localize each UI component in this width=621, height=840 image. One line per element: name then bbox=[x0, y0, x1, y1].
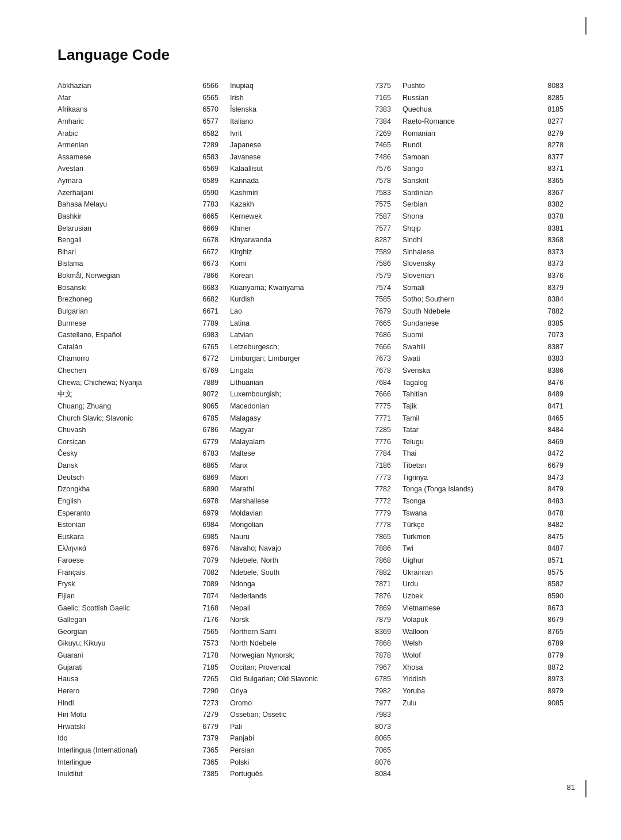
language-code: 7666 bbox=[375, 341, 391, 353]
language-row: Frysk7089 bbox=[57, 578, 218, 590]
language-name: Georgian bbox=[57, 626, 200, 638]
language-name: Bashkir bbox=[57, 211, 200, 223]
language-row: Sango8371 bbox=[402, 163, 564, 175]
language-code: 7073 bbox=[547, 329, 564, 341]
language-name: Oromo bbox=[230, 697, 373, 709]
language-code: 8473 bbox=[547, 472, 564, 484]
language-code: 6669 bbox=[202, 223, 218, 235]
language-row: Malagasy7771 bbox=[230, 413, 391, 425]
language-name: Navaho; Navajo bbox=[230, 543, 373, 555]
language-row: Slovensky8373 bbox=[402, 258, 564, 270]
language-name: Yoruba bbox=[402, 685, 545, 697]
language-code: 7375 bbox=[375, 80, 391, 92]
language-row: Maltese7784 bbox=[230, 448, 391, 460]
language-name: Herero bbox=[57, 685, 200, 697]
language-code: 7089 bbox=[202, 578, 218, 590]
language-row: Ido7379 bbox=[57, 732, 218, 744]
language-name: Hrwatski bbox=[57, 721, 200, 733]
language-code: 8387 bbox=[547, 341, 564, 353]
language-row: Malayalam7776 bbox=[230, 436, 391, 448]
language-name: Khmer bbox=[230, 223, 373, 235]
language-name: Romanian bbox=[402, 128, 545, 140]
language-row: Hiri Motu7279 bbox=[57, 709, 218, 721]
language-row: Gujarati7185 bbox=[57, 662, 218, 674]
language-row: Faroese7079 bbox=[57, 555, 218, 567]
page-container: Language Code Abkhazian6566Afar6565Afrik… bbox=[0, 0, 621, 815]
language-code: 7589 bbox=[375, 246, 391, 258]
language-row: Somali8379 bbox=[402, 282, 564, 294]
language-row: Chuang; Zhuang9065 bbox=[57, 400, 218, 413]
language-code: 7585 bbox=[375, 293, 391, 306]
language-name: Frysk bbox=[57, 578, 200, 590]
language-name: Tonga (Tonga Islands) bbox=[402, 483, 545, 495]
language-name: Rundi bbox=[402, 139, 545, 151]
language-row: 中文9072 bbox=[57, 388, 218, 400]
language-row: Marathi7782 bbox=[230, 483, 391, 495]
language-row: Aymara6589 bbox=[57, 175, 218, 187]
language-name: Quechua bbox=[402, 104, 545, 116]
language-code: 7776 bbox=[375, 436, 391, 448]
language-code: 8489 bbox=[547, 388, 564, 400]
language-code: 8382 bbox=[547, 198, 564, 211]
language-row: Pushto8083 bbox=[402, 80, 564, 92]
language-code: 8679 bbox=[547, 614, 564, 626]
language-code: 6785 bbox=[202, 413, 218, 425]
language-code: 7379 bbox=[202, 732, 218, 744]
language-name: Inuktitut bbox=[57, 768, 200, 780]
language-code: 7289 bbox=[202, 139, 218, 151]
language-code: 6983 bbox=[202, 329, 218, 341]
language-name: Telugu bbox=[402, 436, 545, 448]
language-name: Urdu bbox=[402, 578, 545, 590]
language-row: Walloon8765 bbox=[402, 626, 564, 638]
language-code: 6682 bbox=[202, 293, 218, 306]
language-code: 8073 bbox=[375, 721, 391, 733]
language-row: Ndonga7871 bbox=[230, 578, 391, 590]
language-code: 6673 bbox=[202, 258, 218, 270]
language-code: 7185 bbox=[202, 662, 218, 674]
language-code: 7784 bbox=[375, 448, 391, 460]
language-code: 8285 bbox=[547, 92, 564, 104]
language-name: Javanese bbox=[230, 151, 373, 163]
language-code: 7983 bbox=[375, 709, 391, 721]
language-row: Gaelic; Scottish Gaelic7168 bbox=[57, 602, 218, 614]
language-row: Suomi7073 bbox=[402, 329, 564, 341]
language-row: Northern Sami8369 bbox=[230, 626, 391, 638]
language-row: Nauru7865 bbox=[230, 531, 391, 543]
language-name: Yiddish bbox=[402, 673, 545, 685]
language-name: Maori bbox=[230, 472, 373, 484]
language-row: Shona8378 bbox=[402, 211, 564, 223]
language-row: Kurdish7585 bbox=[230, 293, 391, 306]
language-code: 7385 bbox=[202, 768, 218, 780]
language-name: Tamil bbox=[402, 413, 545, 425]
language-name: Slovensky bbox=[402, 258, 545, 270]
language-code: 7285 bbox=[375, 424, 391, 436]
language-code: 6678 bbox=[202, 234, 218, 246]
language-row: Rundi8278 bbox=[402, 139, 564, 151]
language-code: 7876 bbox=[375, 590, 391, 602]
language-code: 8465 bbox=[547, 413, 564, 425]
language-name: Sanskrit bbox=[402, 175, 545, 187]
language-code: 7882 bbox=[375, 567, 391, 579]
language-name: Occitan; Provencal bbox=[230, 662, 373, 674]
language-name: Gujarati bbox=[57, 662, 200, 674]
language-row: Sinhalese8373 bbox=[402, 246, 564, 258]
language-row: Tamil8465 bbox=[402, 413, 564, 425]
language-code: 7576 bbox=[375, 163, 391, 175]
language-name: Chuang; Zhuang bbox=[57, 400, 200, 413]
language-name: Sundanese bbox=[402, 318, 545, 330]
language-name: Irish bbox=[230, 92, 373, 104]
language-code: 7383 bbox=[375, 104, 391, 116]
language-name: Guarani bbox=[57, 650, 200, 662]
language-code: 8479 bbox=[547, 483, 564, 495]
language-name: Euskara bbox=[57, 531, 200, 543]
language-name: Korean bbox=[230, 270, 373, 282]
language-code: 7176 bbox=[202, 614, 218, 626]
language-name: Marathi bbox=[230, 483, 373, 495]
language-name: Deutsch bbox=[57, 472, 200, 484]
language-code: 7886 bbox=[375, 543, 391, 555]
language-code: 6985 bbox=[202, 531, 218, 543]
language-name: Polski bbox=[230, 757, 373, 769]
language-name: Sinhalese bbox=[402, 246, 545, 258]
language-code: 8376 bbox=[547, 270, 564, 282]
language-row: Deutsch6869 bbox=[57, 472, 218, 484]
